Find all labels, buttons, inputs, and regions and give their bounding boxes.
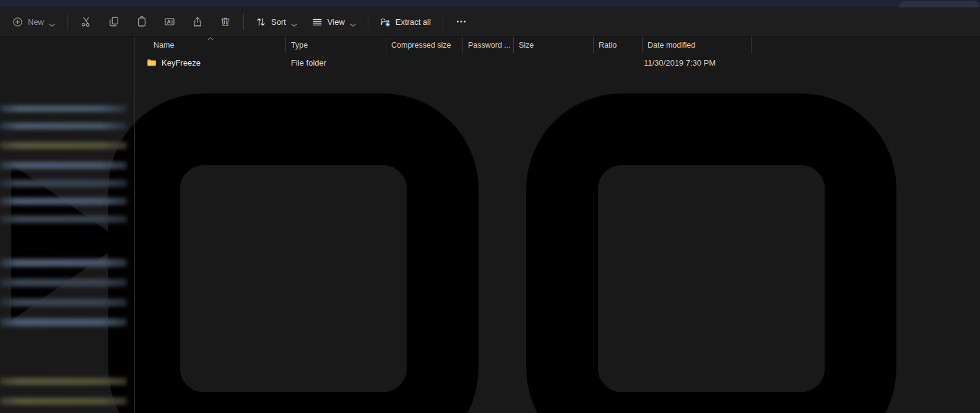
ellipsis-icon bbox=[456, 16, 467, 27]
sidebar-item[interactable] bbox=[0, 378, 127, 385]
extract-all-button[interactable]: Extract all bbox=[373, 11, 438, 33]
file-explorer-window: New Sort View Extract all titnc NameType… bbox=[0, 0, 980, 413]
column-header-date-modified[interactable]: Date modified bbox=[643, 37, 752, 53]
sidebar-item[interactable] bbox=[0, 180, 127, 187]
chevron-down-icon bbox=[49, 20, 55, 24]
sidebar-item[interactable] bbox=[0, 98, 127, 105]
chevron-down-icon bbox=[291, 20, 297, 24]
sidebar-item[interactable] bbox=[0, 357, 127, 365]
window-top-strip bbox=[0, 0, 980, 7]
column-header-label: Size bbox=[519, 41, 534, 50]
file-row-keyfreeze[interactable]: KeyFreezeFile folder11/30/2019 7:30 PM bbox=[136, 54, 752, 71]
share-button[interactable] bbox=[183, 11, 211, 33]
sidebar-item[interactable] bbox=[0, 215, 127, 223]
sidebar-item[interactable] bbox=[0, 279, 127, 287]
navigation-pane: titnc bbox=[0, 37, 135, 413]
rename-button[interactable] bbox=[155, 11, 183, 33]
cell-date_modified: 11/30/2019 7:30 PM bbox=[643, 58, 752, 67]
trash-icon bbox=[220, 16, 231, 27]
sidebar-item[interactable] bbox=[0, 142, 127, 149]
sidebar-item[interactable] bbox=[0, 398, 127, 405]
sidebar-item[interactable] bbox=[0, 198, 127, 205]
sidebar-item[interactable] bbox=[0, 242, 127, 248]
delete-button[interactable] bbox=[211, 11, 239, 33]
file-name-label: KeyFreeze bbox=[162, 58, 201, 67]
extract-all-button-label: Extract all bbox=[396, 17, 431, 27]
hamburger-icon bbox=[312, 17, 323, 27]
sidebar-item[interactable] bbox=[0, 298, 127, 306]
sidebar-item-selected[interactable] bbox=[0, 37, 134, 54]
sidebar-item[interactable] bbox=[0, 105, 127, 112]
column-header-compressed-size[interactable]: Compressed size bbox=[386, 37, 463, 53]
more-options-button[interactable] bbox=[448, 11, 475, 33]
copy-button[interactable] bbox=[100, 11, 128, 33]
view-button-label: View bbox=[327, 17, 345, 27]
sidebar-item[interactable] bbox=[0, 337, 127, 346]
cell-name: KeyFreeze bbox=[136, 58, 286, 67]
column-header-name[interactable]: Name bbox=[136, 37, 286, 53]
paste-icon bbox=[136, 16, 147, 27]
copy-icon bbox=[108, 16, 119, 27]
sort-button-label: Sort bbox=[271, 17, 286, 27]
clipboard-button-group bbox=[72, 11, 239, 33]
new-button[interactable]: New bbox=[5, 11, 63, 33]
column-header-label: Date modified bbox=[648, 41, 695, 50]
cut-button[interactable] bbox=[72, 11, 100, 33]
column-header-row: NameTypeCompressed sizePassword ...SizeR… bbox=[136, 37, 752, 53]
sort-ascending-caret-icon bbox=[207, 37, 214, 40]
column-header-label: Name bbox=[154, 41, 174, 50]
column-header-label: Type bbox=[291, 41, 308, 50]
sort-button[interactable]: Sort bbox=[248, 11, 305, 33]
command-toolbar: New Sort View Extract all bbox=[0, 7, 980, 37]
sidebar-item[interactable] bbox=[0, 259, 127, 267]
view-button[interactable]: View bbox=[305, 11, 363, 33]
sidebar-item[interactable] bbox=[0, 123, 127, 129]
column-header-size[interactable]: Size bbox=[514, 37, 594, 53]
toolbar-divider bbox=[243, 14, 244, 30]
column-header-ratio[interactable]: Ratio bbox=[594, 37, 643, 53]
new-button-label: New bbox=[28, 17, 44, 27]
column-header-label: Compressed size bbox=[391, 41, 451, 50]
sidebar-item[interactable] bbox=[0, 162, 127, 169]
toolbar-divider bbox=[67, 14, 67, 30]
toolbar-divider bbox=[368, 14, 368, 30]
scissors-icon bbox=[80, 16, 92, 27]
column-header-type[interactable]: Type bbox=[286, 37, 386, 53]
folder-icon bbox=[147, 58, 157, 67]
column-header-label: Ratio bbox=[599, 41, 617, 50]
top-strip-highlight bbox=[900, 1, 979, 7]
extract-all-icon bbox=[380, 17, 391, 27]
sort-arrows-icon bbox=[256, 17, 266, 27]
rename-icon bbox=[164, 16, 175, 27]
cell-type: File folder bbox=[286, 58, 386, 67]
chevron-down-icon bbox=[350, 20, 356, 24]
column-header-label: Password ... bbox=[468, 41, 511, 50]
sidebar-item[interactable] bbox=[0, 318, 127, 326]
toolbar-divider bbox=[443, 14, 443, 30]
column-header-password-[interactable]: Password ... bbox=[463, 37, 514, 53]
plus-circle-icon bbox=[12, 17, 23, 27]
paste-button[interactable] bbox=[128, 11, 155, 33]
share-icon bbox=[192, 16, 203, 27]
